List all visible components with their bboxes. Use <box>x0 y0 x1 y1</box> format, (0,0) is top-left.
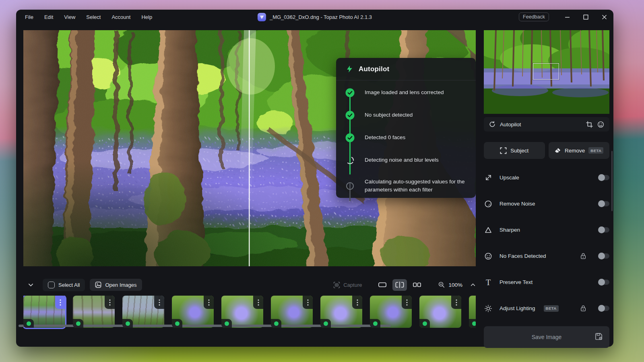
adjust-lighting-toggle[interactable] <box>599 306 609 311</box>
upscale-icon <box>484 173 493 182</box>
thumbnail-menu-icon[interactable] <box>105 296 115 309</box>
filter-adjust-lighting[interactable]: Adjust Lighting BETA <box>484 295 609 321</box>
save-export-icon <box>594 332 603 341</box>
navigation-thumbnail[interactable] <box>484 30 609 114</box>
capture-label: Capture <box>343 282 362 288</box>
sidebar-scrollbar[interactable] <box>611 151 613 211</box>
thumbnail-menu-icon[interactable] <box>55 296 65 309</box>
remove-noise-toggle[interactable] <box>599 201 609 206</box>
zoom-level: 100% <box>448 282 462 288</box>
select-all-control[interactable]: Select All <box>43 279 85 291</box>
thumbnail[interactable] <box>271 296 313 328</box>
crop-icon[interactable] <box>586 121 593 128</box>
image-icon <box>95 282 101 288</box>
autopilot-step: No subject detected <box>336 104 476 126</box>
thumbnail-menu-icon[interactable] <box>253 296 263 309</box>
thumbnail[interactable] <box>172 296 214 328</box>
collapse-filmstrip-button[interactable] <box>23 282 38 288</box>
capture-button[interactable]: Capture <box>333 282 362 288</box>
minimize-button[interactable] <box>558 10 576 24</box>
thumbnail-status <box>320 319 331 328</box>
step-label: Detecting noise and blur levels <box>365 156 449 164</box>
autopilot-bar-label: Autopilot <box>500 121 521 128</box>
window-title-area: _MG_0362_DxO.dng - Topaz Photo AI 2.1.3 <box>258 10 372 24</box>
save-image-button[interactable]: Save Image <box>484 326 609 348</box>
filter-face-recovery[interactable]: No Faces Detected <box>484 243 609 269</box>
thumbnail[interactable] <box>221 296 263 328</box>
thumbnail-menu-icon[interactable] <box>352 296 362 309</box>
sharpen-toggle[interactable] <box>599 227 609 232</box>
select-all-checkbox[interactable] <box>48 282 55 288</box>
step-label: Image loaded and lens corrected <box>365 88 454 97</box>
upscale-toggle[interactable] <box>599 175 609 180</box>
menu-help[interactable]: Help <box>141 14 152 20</box>
thumbnail-status <box>419 319 430 328</box>
thumbnail-menu-icon[interactable] <box>451 296 461 309</box>
filter-list: Upscale Remove Noise Sharpen <box>484 165 609 321</box>
thumbnail-menu-icon[interactable] <box>204 296 214 309</box>
view-side-by-side-button[interactable] <box>410 279 424 291</box>
subject-label: Subject <box>510 148 528 154</box>
subject-brackets-icon <box>500 147 507 154</box>
window-title: _MG_0362_DxO.dng - Topaz Photo AI 2.1.3 <box>270 14 372 20</box>
split-divider[interactable] <box>249 30 250 266</box>
zoom-control[interactable]: 100% <box>438 282 476 288</box>
open-images-label: Open Images <box>105 282 136 288</box>
menu-account[interactable]: Account <box>111 14 130 20</box>
spinner-icon <box>345 156 355 165</box>
bottom-toolbar: Select All Open Images Capture <box>23 276 476 294</box>
thumbnail[interactable] <box>320 296 362 328</box>
menu-select[interactable]: Select <box>86 14 101 20</box>
menu-view[interactable]: View <box>64 14 75 20</box>
menu-file[interactable]: File <box>25 14 33 20</box>
face-icon[interactable] <box>597 121 604 128</box>
filter-remove-noise[interactable]: Remove Noise <box>484 191 609 217</box>
thumbnail-status <box>469 319 476 328</box>
pending-circle-icon <box>345 181 355 191</box>
photo-canvas[interactable]: Autopilot Image loaded and lens correcte… <box>23 30 476 266</box>
feedback-button[interactable]: Feedback <box>519 12 549 21</box>
thumbnail-menu-icon[interactable] <box>402 296 412 309</box>
app-window: File Edit View Select Account Help _MG_0… <box>16 10 613 347</box>
open-images-button[interactable]: Open Images <box>90 279 142 291</box>
thumbnail[interactable] <box>370 296 412 328</box>
check-circle-icon <box>345 88 355 97</box>
filter-preserve-text[interactable]: T Preserve Text <box>484 269 609 295</box>
view-single-button[interactable] <box>375 279 390 291</box>
refresh-icon[interactable] <box>489 121 495 128</box>
zoom-in-icon <box>438 282 445 288</box>
right-sidebar: Autopilot Subject <box>484 30 609 348</box>
thumbnail-selected[interactable] <box>23 296 65 328</box>
thumbnail-status <box>122 319 133 328</box>
viewport-rectangle[interactable] <box>533 63 559 80</box>
lock-icon <box>580 305 587 312</box>
titlebar: File Edit View Select Account Help _MG_0… <box>16 10 613 24</box>
filter-upscale[interactable]: Upscale <box>484 165 609 191</box>
thumbnail-menu-icon[interactable] <box>303 296 313 309</box>
chevron-up-icon[interactable] <box>470 282 476 288</box>
thumbnail[interactable] <box>122 296 164 328</box>
maximize-button[interactable] <box>576 10 595 24</box>
filter-sharpen[interactable]: Sharpen <box>484 217 609 243</box>
beta-badge: BETA <box>544 305 559 312</box>
thumbnail-menu-icon[interactable] <box>154 296 164 309</box>
step-label: Detected 0 faces <box>365 134 416 142</box>
thumbnail[interactable] <box>469 296 476 328</box>
sun-icon <box>484 304 493 313</box>
thumbnail-status <box>23 319 34 328</box>
view-split-button[interactable] <box>392 279 407 291</box>
menu-edit[interactable]: Edit <box>44 14 53 20</box>
thumbnail[interactable] <box>73 296 115 328</box>
remove-button[interactable]: Remove BETA <box>549 142 610 159</box>
subject-button[interactable]: Subject <box>484 142 545 159</box>
toolbar-right: Capture 100% <box>333 279 476 291</box>
thumbnail-status <box>172 319 182 328</box>
preserve-text-toggle[interactable] <box>599 280 609 285</box>
close-button[interactable] <box>595 10 613 24</box>
thumbnail-status <box>73 319 83 328</box>
autopilot-step: Detected 0 faces <box>336 126 476 149</box>
beta-badge: BETA <box>588 147 603 154</box>
face-recovery-toggle[interactable] <box>599 253 609 259</box>
filter-label: Remove Noise <box>500 201 535 207</box>
thumbnail[interactable] <box>419 296 461 328</box>
